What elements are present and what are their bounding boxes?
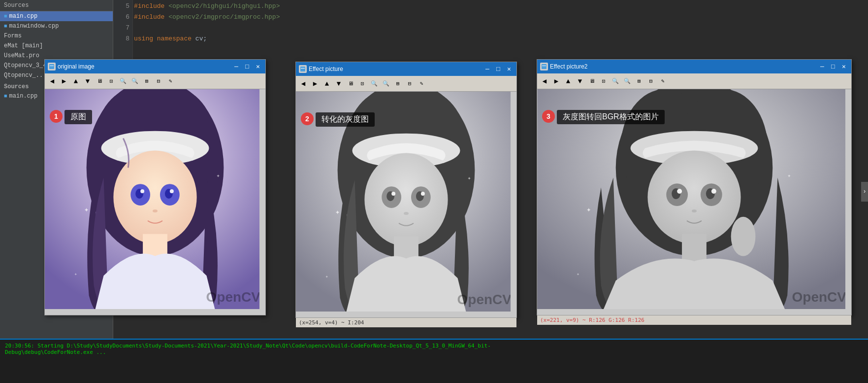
effect1-title: Effect picture [309, 66, 481, 72]
effect2-toolbar: ◀ ▶ ▲ ▼ 🖥 ⊡ 🔍 🔍 ⊞ ⊟ ✎ [537, 73, 851, 89]
tool7-orig[interactable]: 🔍 [118, 76, 129, 87]
original-close-btn[interactable]: ✕ [254, 62, 262, 71]
tool10-orig[interactable]: ⊟ [153, 76, 164, 87]
svg-text:✦: ✦ [787, 173, 791, 179]
effect1-maximize-btn[interactable]: □ [494, 65, 503, 73]
tool8-e2[interactable]: 🔍 [622, 76, 633, 87]
effect1-scrollbar-h[interactable] [296, 312, 511, 317]
effect2-close-btn[interactable]: ✕ [839, 62, 848, 71]
tool5-e1[interactable]: 🖥 [345, 78, 356, 89]
tool6-e2[interactable]: ⊡ [598, 76, 609, 87]
svg-point-54 [731, 217, 756, 256]
sidebar-header: Sources [0, 0, 113, 11]
effect1-titlebar: Effect picture ─ □ ✕ [296, 62, 516, 76]
svg-text:✦: ✦ [74, 272, 77, 277]
tool10-e2[interactable]: ⊟ [645, 76, 656, 87]
up-btn-orig[interactable]: ▲ [70, 76, 81, 87]
original-minimize-btn[interactable]: ─ [232, 62, 241, 71]
window-original-image: original image ─ □ ✕ ◀ ▶ ▲ ▼ 🖥 ⊡ 🔍 🔍 ⊞ ⊟… [44, 59, 266, 315]
line-7: 7 [113, 23, 132, 34]
svg-rect-53 [682, 234, 707, 261]
tool6-orig[interactable]: ⊡ [106, 76, 117, 87]
svg-point-51 [711, 189, 716, 194]
effect2-title: Effect picture2 [550, 63, 816, 70]
tool9-e1[interactable]: ⊞ [392, 78, 403, 89]
tool11-e2[interactable]: ✎ [657, 76, 668, 87]
up-btn-e2[interactable]: ▲ [563, 76, 574, 87]
effect2-window-icon [540, 63, 548, 70]
tool10-e1[interactable]: ⊟ [404, 78, 415, 89]
tool9-e2[interactable]: ⊞ [634, 76, 644, 87]
forward-btn-orig[interactable]: ▶ [59, 76, 69, 87]
tool6-e1[interactable]: ⊡ [357, 78, 368, 89]
svg-rect-19 [300, 67, 305, 71]
effect2-label: 灰度图转回BGR格式的图片 [557, 110, 665, 124]
effect2-scrollbar-v[interactable] [845, 89, 851, 315]
svg-text:✦: ✦ [216, 173, 220, 179]
tool5-orig[interactable]: 🖥 [94, 76, 105, 87]
code-line-8: using namespace cv; [134, 34, 280, 44]
tool9-orig[interactable]: ⊞ [141, 76, 152, 87]
badge-1: 1 [50, 110, 63, 123]
tool5-e2[interactable]: 🖥 [586, 76, 597, 87]
cpp-icon: ■ [4, 13, 7, 19]
sidebar-item-main-cpp-1[interactable]: ■ main.cpp [0, 11, 113, 21]
opencv-watermark-2: OpenCV [457, 292, 512, 308]
back-btn-e2[interactable]: ◀ [539, 76, 550, 87]
svg-text:✦: ✦ [467, 175, 471, 182]
effect1-close-btn[interactable]: ✕ [505, 65, 514, 73]
effect1-window-icon [299, 65, 307, 73]
tool11-orig[interactable]: ✎ [165, 76, 176, 87]
svg-rect-38 [542, 64, 547, 69]
forward-btn-e2[interactable]: ▶ [551, 76, 562, 87]
svg-text:✦: ✦ [577, 272, 579, 277]
tool11-e1[interactable]: ✎ [416, 78, 427, 89]
down-btn-orig[interactable]: ▼ [82, 76, 93, 87]
sidebar-item-mainwindow-cpp[interactable]: ■ mainwindow.cpp [0, 21, 113, 31]
tool7-e2[interactable]: 🔍 [610, 76, 621, 87]
svg-text:✦: ✦ [586, 206, 591, 214]
effect1-scrollbar-v[interactable] [511, 92, 516, 317]
effect2-content: ✦ ✦ ✦ OpenCV 3 灰度图转回BGR格式的图片 [537, 89, 851, 315]
back-btn-e1[interactable]: ◀ [298, 78, 309, 89]
down-btn-e2[interactable]: ▼ [575, 76, 585, 87]
original-content: ✦ ✦ ✦ OpenCV 1 原图 [45, 89, 265, 315]
badge-2: 2 [301, 112, 314, 125]
svg-point-45 [647, 150, 740, 244]
effect1-minimize-btn[interactable]: ─ [483, 65, 492, 73]
svg-point-7 [113, 150, 196, 244]
forward-btn-e1[interactable]: ▶ [310, 78, 321, 89]
effect2-minimize-btn[interactable]: ─ [818, 62, 827, 71]
original-title: original image [58, 63, 230, 70]
cpp-icon-2: ■ [4, 23, 7, 29]
status-text-2: Debug\debug\CodeForNote.exe ... [5, 349, 863, 355]
original-maximize-btn[interactable]: □ [243, 62, 252, 71]
line-5: 5 [113, 1, 132, 12]
svg-point-26 [364, 153, 448, 246]
line-8: 8 [113, 34, 132, 44]
svg-rect-39 [542, 66, 546, 66]
svg-point-31 [391, 192, 395, 196]
tool7-e1[interactable]: 🔍 [369, 78, 380, 89]
back-btn-orig[interactable]: ◀ [47, 76, 58, 87]
down-btn-e1[interactable]: ▼ [333, 78, 344, 89]
effect2-scrollbar-h[interactable] [537, 309, 845, 315]
svg-point-50 [677, 189, 682, 194]
cpp-icon-3: ■ [4, 93, 7, 99]
original-toolbar: ◀ ▶ ▲ ▼ 🖥 ⊡ 🔍 🔍 ⊞ ⊟ ✎ [45, 73, 265, 89]
effect2-maximize-btn[interactable]: □ [829, 62, 837, 71]
original-window-icon [48, 63, 56, 70]
sidebar-item-forms[interactable]: Forms [0, 31, 113, 41]
sidebar-item-emat[interactable]: eMat [main] [0, 41, 113, 51]
code-line-6: #include <opencv2/imgproc/imgproc.hpp> [134, 12, 280, 23]
effect1-label: 转化的灰度图 [316, 112, 375, 127]
original-scrollbar-v[interactable] [259, 89, 265, 315]
right-scroll-arrow[interactable]: › [861, 182, 868, 202]
tool8-e1[interactable]: 🔍 [381, 78, 391, 89]
tool8-orig[interactable]: 🔍 [129, 76, 140, 87]
original-scrollbar-h[interactable] [45, 309, 259, 315]
svg-point-12 [140, 189, 144, 193]
effect2-titlebar: Effect picture2 ─ □ ✕ [537, 60, 851, 73]
up-btn-e1[interactable]: ▲ [321, 78, 332, 89]
svg-rect-20 [301, 68, 305, 69]
